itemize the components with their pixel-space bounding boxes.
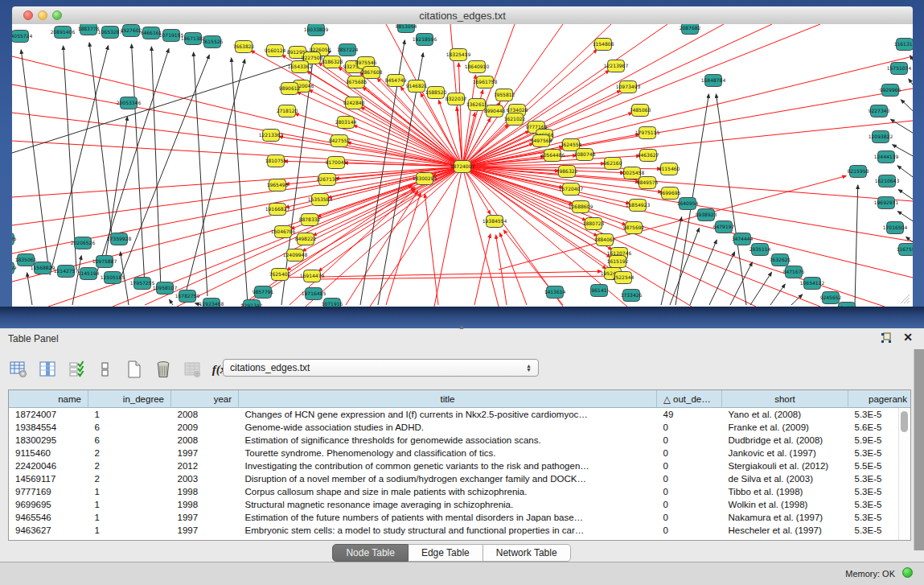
graph-node[interactable]: 9242848 [343, 97, 365, 109]
graph-node[interactable]: 2718120 [277, 105, 298, 117]
table-cell[interactable]: 9115460 [9, 447, 88, 459]
graph-node[interactable]: 12213967 [604, 60, 629, 72]
graph-node[interactable]: 3675685 [346, 76, 368, 89]
table-cell[interactable]: 0 [657, 485, 722, 498]
table-cell[interactable]: 14569117 [9, 472, 88, 485]
table-cell[interactable]: 1997 [171, 447, 239, 459]
table-row[interactable]: 1830029562008Estimation of significance … [9, 434, 911, 447]
delete-table-icon[interactable] [153, 359, 174, 380]
column-header-title[interactable]: title [239, 390, 657, 408]
table-cell[interactable]: Estimation of the future numbers of pati… [239, 511, 657, 524]
table-cell[interactable]: Jankovic et al. (1997) [722, 447, 848, 459]
table-cell[interactable]: 1998 [171, 485, 239, 498]
table-cell[interactable]: 2 [88, 459, 171, 472]
graph-node[interactable]: 1167553 [897, 244, 913, 256]
graph-node[interactable]: 2520605 [12, 233, 17, 245]
graph-node[interactable]: 3474444 [732, 233, 754, 245]
table-cell[interactable]: 9463627 [9, 524, 88, 537]
table-cell[interactable]: 2008 [171, 408, 239, 422]
graph-node[interactable]: 7615526 [202, 36, 224, 48]
graph-node[interactable]: 8215958 [848, 166, 869, 178]
table-cell[interactable]: 0 [657, 472, 722, 485]
graph-node[interactable]: 10975887 [92, 256, 117, 268]
graph-node[interactable]: 9115460 [659, 163, 680, 175]
table-cell[interactable]: 9777169 [9, 485, 88, 498]
table-cell[interactable]: Nakamura et al. (1997) [722, 511, 848, 524]
table-cell[interactable]: Franke et al. (2009) [722, 421, 848, 434]
table-cell[interactable]: 9699695 [9, 498, 88, 511]
table-cell[interactable]: Corpus callosum shape and size in male p… [239, 485, 657, 498]
table-cell[interactable]: 1 [88, 511, 171, 524]
table-cell[interactable]: 1997 [171, 524, 239, 537]
table-cell[interactable]: 0 [657, 434, 722, 447]
graph-node[interactable]: 12444139 [874, 151, 899, 163]
graph-node[interactable]: 19384554 [483, 216, 507, 228]
column-header-short[interactable]: short [722, 390, 848, 408]
graph-node[interactable]: 8938923 [696, 209, 717, 221]
table-row[interactable]: 911546021997Tourette syndrome. Phenomeno… [9, 447, 911, 459]
table-cell[interactable]: 49 [657, 408, 722, 422]
graph-node[interactable]: 8471676 [783, 266, 805, 278]
column-header-name[interactable]: name [9, 390, 88, 408]
row-height-icon[interactable] [95, 359, 116, 380]
tab-edge-table[interactable]: Edge Table [409, 544, 483, 562]
table-cell[interactable]: 22420046 [9, 459, 88, 472]
graph-node[interactable]: 1883778 [78, 24, 100, 35]
graph-node[interactable]: 1527602 [121, 25, 142, 37]
table-row[interactable]: 946554611997Estimation of the future num… [9, 511, 911, 524]
graph-node[interactable]: 2087682 [680, 24, 701, 35]
column-header-out_de[interactable]: △ out_de… [657, 390, 722, 408]
graph-node[interactable]: 9227343 [869, 105, 890, 117]
graph-node[interactable]: 1810755 [265, 155, 287, 167]
table-cell[interactable]: Changes of HCN gene expression and I(f) … [239, 408, 657, 422]
table-cell[interactable]: Investigating the contribution of common… [239, 459, 657, 472]
graph-node[interactable]: 15720407 [559, 183, 584, 196]
graph-node[interactable]: 7986322 [556, 166, 578, 178]
graph-node[interactable]: 15751074 [887, 63, 912, 75]
table-cell[interactable]: 0 [657, 498, 722, 511]
graph-node[interactable]: 9146821 [406, 80, 428, 93]
table-cell[interactable]: 9465546 [9, 511, 88, 524]
graph-node[interactable]: 1939159 [12, 262, 17, 274]
graph-node[interactable]: 8454749 [385, 75, 407, 87]
table-cell[interactable]: 1 [88, 524, 171, 537]
graph-node[interactable]: 9929966 [880, 84, 901, 97]
graph-node[interactable]: 12093822 [869, 131, 893, 143]
table-cell[interactable]: 0 [657, 524, 722, 537]
graph-node[interactable]: 1292347 [241, 300, 263, 307]
graph-node[interactable]: 12923468 [199, 299, 224, 307]
table-cell[interactable]: 1998 [171, 498, 239, 511]
table-cell[interactable]: 2012 [171, 459, 239, 472]
window-resize-grip[interactable] [899, 293, 910, 304]
graph-node[interactable]: 1965495 [267, 179, 289, 192]
graph-node[interactable]: 6497568 [531, 135, 552, 147]
table-scrollbar[interactable] [898, 408, 910, 540]
table-cell[interactable]: 1 [88, 408, 171, 422]
graph-node[interactable]: 2867608 [361, 67, 383, 79]
table-row[interactable]: 977716911998Corpus callosum shape and si… [9, 485, 911, 498]
graph-node[interactable]: 9463627 [638, 150, 659, 162]
column-header-pagerank[interactable]: pagerank [848, 390, 912, 408]
network-window-titlebar[interactable]: citations_edges.txt [12, 6, 913, 25]
graph-node[interactable]: 8322037 [446, 93, 467, 105]
graph-node[interactable]: 7663822 [233, 41, 255, 53]
graph-node[interactable]: 14055724 [12, 31, 32, 43]
column-header-year[interactable]: year [171, 390, 239, 408]
column-chooser-icon[interactable] [37, 359, 58, 380]
graph-node[interactable]: 12142757 [54, 266, 79, 278]
graph-node[interactable]: 96141 [591, 285, 608, 297]
table-scrollbar-thumb[interactable] [901, 411, 908, 432]
graph-node[interactable]: 7632621 [770, 254, 791, 266]
graph-node[interactable]: 2522544 [613, 272, 634, 284]
table-cell[interactable]: 0 [657, 447, 722, 459]
graph-node[interactable]: 8813054 [396, 24, 417, 33]
graph-node[interactable]: 16033809 [304, 24, 329, 36]
table-cell[interactable]: Dudbridge et al. (2008) [722, 434, 848, 447]
table-cell[interactable]: 1 [88, 485, 171, 498]
graph-node[interactable]: 1884067 [594, 234, 616, 246]
table-cell[interactable]: 2008 [171, 434, 239, 447]
graph-node[interactable]: 962160 [604, 158, 622, 170]
graph-node[interactable]: 8498222 [295, 233, 317, 245]
graph-node[interactable]: 17957255 [130, 278, 155, 290]
graph-node[interactable]: 19716485 [302, 288, 326, 300]
